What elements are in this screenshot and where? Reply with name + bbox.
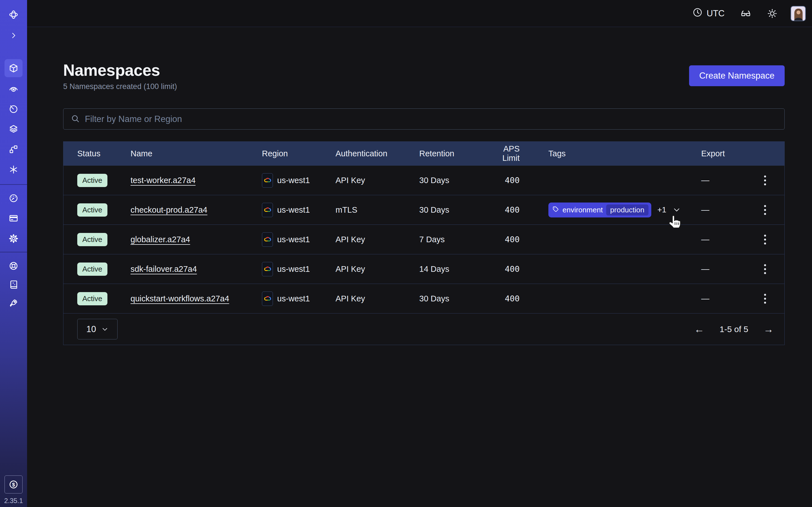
sidebar-item-credit-card-icon[interactable] <box>4 209 22 227</box>
gcp-logo-icon <box>262 232 273 247</box>
sidebar-item-gauge-icon[interactable] <box>4 189 22 207</box>
row-menu-kebab-icon[interactable] <box>762 203 768 217</box>
auth-label: API Key <box>336 294 419 303</box>
region-label: us-west1 <box>277 294 310 303</box>
app-screen: $ 2.35.1 UTC Namespaces 5 Namespaces cre… <box>0 0 812 507</box>
row-menu-kebab-icon[interactable] <box>762 232 768 247</box>
next-page-arrow[interactable]: → <box>761 323 776 335</box>
chevron-down-icon <box>101 326 109 333</box>
tag-key: environment <box>562 206 603 214</box>
page-subtitle: 5 Namespaces created (100 limit) <box>63 82 177 91</box>
gcp-logo-icon <box>262 291 273 306</box>
filter-search <box>63 108 784 129</box>
billing-dollar-badge-button[interactable]: $ <box>4 475 22 494</box>
page-size-value: 10 <box>86 324 96 334</box>
col-authentication: Authentication <box>336 149 419 158</box>
col-aps-limit: APS Limit <box>485 144 548 163</box>
tags-expand-chevron-icon[interactable] <box>672 206 681 214</box>
retention-label: 30 Days <box>419 205 485 215</box>
export-value: — <box>701 265 746 274</box>
sidebar-nav-account <box>4 189 22 247</box>
region-label: us-west1 <box>277 265 310 274</box>
temporal-logo-icon[interactable] <box>4 6 22 24</box>
namespace-link[interactable]: checkout-prod.a27a4 <box>131 205 207 214</box>
col-tags: Tags <box>548 149 701 158</box>
row-menu-kebab-icon[interactable] <box>762 173 768 187</box>
auth-label: mTLS <box>336 205 419 215</box>
page-size-select[interactable]: 10 <box>77 319 117 339</box>
namespaces-table: Status Name Region Authentication Retent… <box>63 142 784 345</box>
sidebar-nav-help <box>4 257 22 312</box>
namespace-link[interactable]: sdk-failover.a27a4 <box>131 265 197 274</box>
sidebar: $ 2.35.1 <box>0 0 27 507</box>
sidebar-item-rocket-icon[interactable] <box>4 294 22 312</box>
aps-limit-value: 400 <box>485 175 548 185</box>
aps-limit-value: 400 <box>485 264 548 274</box>
page-range-label: 1-5 of 5 <box>719 325 748 334</box>
sidebar-divider <box>0 184 27 185</box>
topbar: UTC <box>27 0 812 27</box>
row-menu-kebab-icon[interactable] <box>762 262 768 276</box>
svg-text:$: $ <box>12 482 15 488</box>
table-row: Active sdk-failover.a27a4 us-west1 API K… <box>63 254 784 284</box>
sidebar-item-asterisk-icon[interactable] <box>4 161 22 179</box>
sidebar-item-workflow-branch-icon[interactable] <box>4 140 22 158</box>
table-row: Active globalizer.a27a4 us-west1 API Key… <box>63 224 784 254</box>
retention-label: 30 Days <box>419 294 485 303</box>
pagination-bar: 10 ← 1-5 of 5 → <box>63 313 784 345</box>
search-icon <box>71 114 80 124</box>
export-value: — <box>701 205 746 215</box>
namespace-link[interactable]: globalizer.a27a4 <box>131 235 190 244</box>
sidebar-item-cube-namespaces[interactable] <box>4 59 22 77</box>
version-label: 2.35.1 <box>4 497 23 505</box>
sidebar-item-eye-swirl-icon[interactable] <box>4 79 22 98</box>
gcp-logo-icon <box>262 262 273 276</box>
sidebar-item-book-sparkles-icon[interactable] <box>4 276 22 293</box>
create-namespace-button[interactable]: Create Namespace <box>689 65 784 86</box>
expand-chevron-right-icon[interactable] <box>4 26 22 45</box>
col-name: Name <box>131 149 262 158</box>
aps-limit-value: 400 <box>485 235 548 244</box>
status-badge: Active <box>77 174 107 187</box>
export-value: — <box>701 176 746 185</box>
namespace-link[interactable]: quickstart-workflows.a27a4 <box>131 294 229 303</box>
search-input[interactable] <box>85 114 784 124</box>
col-export: Export <box>701 149 746 158</box>
prev-page-arrow[interactable]: ← <box>692 323 707 335</box>
row-menu-kebab-icon[interactable] <box>762 291 768 306</box>
col-retention: Retention <box>419 149 485 158</box>
auth-label: API Key <box>336 176 419 185</box>
tag-pill[interactable]: environment production <box>548 203 651 217</box>
avatar[interactable] <box>791 6 806 21</box>
tag-icon <box>552 205 559 215</box>
region-label: us-west1 <box>277 176 310 185</box>
region-label: us-west1 <box>277 235 310 244</box>
page-title: Namespaces <box>63 61 177 79</box>
namespace-link[interactable]: test-worker.a27a4 <box>131 176 196 185</box>
status-badge: Active <box>77 263 107 276</box>
retention-label: 30 Days <box>419 176 485 185</box>
export-value: — <box>701 235 746 244</box>
status-badge: Active <box>77 292 107 305</box>
sidebar-item-layers-icon[interactable] <box>4 120 22 138</box>
col-status: Status <box>63 149 131 158</box>
sidebar-nav-primary <box>4 59 22 179</box>
sidebar-divider <box>0 252 27 252</box>
gcp-logo-icon <box>262 173 273 187</box>
sidebar-item-lifebuoy-icon[interactable] <box>4 257 22 275</box>
tags-more-count: +1 <box>658 205 666 214</box>
timezone-label: UTC <box>707 8 725 18</box>
export-value: — <box>701 294 746 303</box>
table-row: Active test-worker.a27a4 us-west1 API Ke… <box>63 165 784 195</box>
sun-theme-toggle-icon[interactable] <box>767 8 777 19</box>
table-row: Active checkout-prod.a27a4 us-west1 mTLS… <box>63 195 784 224</box>
sidebar-item-gear-icon[interactable] <box>4 230 22 247</box>
glasses-icon[interactable] <box>741 8 751 19</box>
retention-label: 7 Days <box>419 235 485 244</box>
col-region: Region <box>262 149 336 158</box>
sidebar-item-timer-icon[interactable] <box>4 100 22 118</box>
auth-label: API Key <box>336 265 419 274</box>
aps-limit-value: 400 <box>485 294 548 303</box>
timezone-selector[interactable]: UTC <box>693 7 725 20</box>
main-content: Namespaces 5 Namespaces created (100 lim… <box>27 27 812 507</box>
